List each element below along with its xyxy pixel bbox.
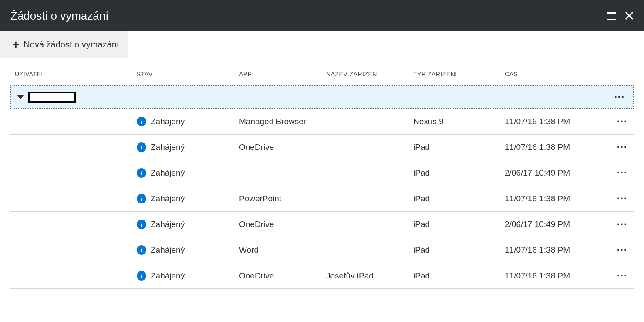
row-actions-icon[interactable]: ··· xyxy=(615,244,629,256)
row-actions-icon[interactable]: ··· xyxy=(615,219,629,230)
new-request-button[interactable]: + Nová žádost o vymazání xyxy=(0,31,128,58)
status-text: Zahájený xyxy=(151,271,185,281)
status-text: Zahájený xyxy=(151,168,185,178)
row-actions-icon[interactable]: ··· xyxy=(615,193,629,204)
status-text: Zahájený xyxy=(151,245,185,255)
cell-status: iZahájený xyxy=(137,220,239,229)
cell-device-name: Josefův iPad xyxy=(326,271,413,281)
cell-device-type: iPad xyxy=(413,220,505,229)
cell-device-type: iPad xyxy=(413,142,505,152)
chevron-down-icon[interactable] xyxy=(17,95,24,99)
header-actions xyxy=(607,11,634,20)
col-app[interactable]: APP xyxy=(239,71,326,78)
info-icon: i xyxy=(137,117,146,126)
svg-rect-1 xyxy=(607,12,616,14)
cell-device-type: iPad xyxy=(413,245,505,255)
cell-status: iZahájený xyxy=(137,271,239,281)
cell-app: PowerPoint xyxy=(239,194,326,203)
cell-status: iZahájený xyxy=(137,142,239,152)
cell-status: iZahájený xyxy=(137,117,239,126)
page-title: Žádosti o vymazání xyxy=(10,9,108,23)
group-left xyxy=(17,92,76,103)
table-row[interactable]: iZahájenýManaged BrowserNexus 911/07/16 … xyxy=(10,109,634,135)
cell-time: 11/07/16 1:38 PM xyxy=(505,245,605,255)
row-actions-icon[interactable]: ··· xyxy=(615,270,629,281)
cell-device-type: iPad xyxy=(413,168,505,178)
col-device-type[interactable]: TYP ZAŘÍZENÍ xyxy=(413,71,505,78)
info-icon: i xyxy=(137,168,146,178)
table-row[interactable]: iZahájenýOneDriveiPad11/07/16 1:38 PM··· xyxy=(10,135,634,160)
close-icon[interactable] xyxy=(625,11,634,20)
row-actions-icon[interactable]: ··· xyxy=(615,142,629,153)
cell-time: 2/06/17 10:49 PM xyxy=(505,168,605,178)
table-header: UŽIVATEL STAV APP NÁZEV ZAŘÍZENÍ TYP ZAŘ… xyxy=(10,58,634,85)
col-user[interactable]: UŽIVATEL xyxy=(15,71,137,78)
col-device-name[interactable]: NÁZEV ZAŘÍZENÍ xyxy=(326,71,413,78)
cell-time: 11/07/16 1:38 PM xyxy=(505,271,605,281)
row-actions-icon[interactable]: ··· xyxy=(615,116,629,127)
cell-app: OneDrive xyxy=(239,142,326,152)
status-text: Zahájený xyxy=(151,117,185,126)
group-actions-icon[interactable]: ··· xyxy=(613,92,627,103)
plus-icon: + xyxy=(12,39,19,51)
table-row[interactable]: iZahájenýPowerPointiPad11/07/16 1:38 PM·… xyxy=(10,186,634,212)
status-text: Zahájený xyxy=(151,142,185,152)
col-time[interactable]: ČAS xyxy=(505,71,605,78)
info-icon: i xyxy=(137,194,146,203)
table-row[interactable]: iZahájenýOneDriveJosefův iPadiPad11/07/1… xyxy=(10,263,634,289)
row-actions-icon[interactable]: ··· xyxy=(615,167,629,179)
cell-time: 2/06/17 10:49 PM xyxy=(505,220,605,229)
toolbar: + Nová žádost o vymazání xyxy=(0,31,644,58)
table-row[interactable]: iZahájenýOneDriveiPad2/06/17 10:49 PM··· xyxy=(10,212,634,237)
table-row[interactable]: iZahájenýiPad2/06/17 10:49 PM··· xyxy=(10,160,634,186)
cell-device-type: iPad xyxy=(413,194,505,203)
cell-status: iZahájený xyxy=(137,168,239,178)
cell-status: iZahájený xyxy=(137,245,239,255)
restore-icon[interactable] xyxy=(607,12,616,20)
cell-app: OneDrive xyxy=(239,271,326,281)
cell-app: Managed Browser xyxy=(239,117,326,126)
cell-time: 11/07/16 1:38 PM xyxy=(505,142,605,152)
info-icon: i xyxy=(137,245,146,255)
cell-status: iZahájený xyxy=(137,194,239,203)
new-request-label: Nová žádost o vymazání xyxy=(24,40,119,50)
col-status[interactable]: STAV xyxy=(137,71,239,78)
user-redacted xyxy=(28,92,76,103)
cell-device-type: Nexus 9 xyxy=(413,117,505,126)
info-icon: i xyxy=(137,142,146,152)
info-icon: i xyxy=(137,271,146,281)
header-bar: Žádosti o vymazání xyxy=(0,0,644,31)
cell-time: 11/07/16 1:38 PM xyxy=(505,117,605,126)
table-row[interactable]: iZahájenýWordiPad11/07/16 1:38 PM··· xyxy=(10,237,634,263)
wipe-requests-table: UŽIVATEL STAV APP NÁZEV ZAŘÍZENÍ TYP ZAŘ… xyxy=(0,58,644,289)
cell-device-type: iPad xyxy=(413,271,505,281)
cell-time: 11/07/16 1:38 PM xyxy=(505,194,605,203)
status-text: Zahájený xyxy=(151,220,185,229)
cell-app: Word xyxy=(239,245,326,255)
status-text: Zahájený xyxy=(151,194,185,203)
cell-app: OneDrive xyxy=(239,220,326,229)
info-icon: i xyxy=(137,220,146,229)
group-row[interactable]: ··· xyxy=(10,85,634,109)
